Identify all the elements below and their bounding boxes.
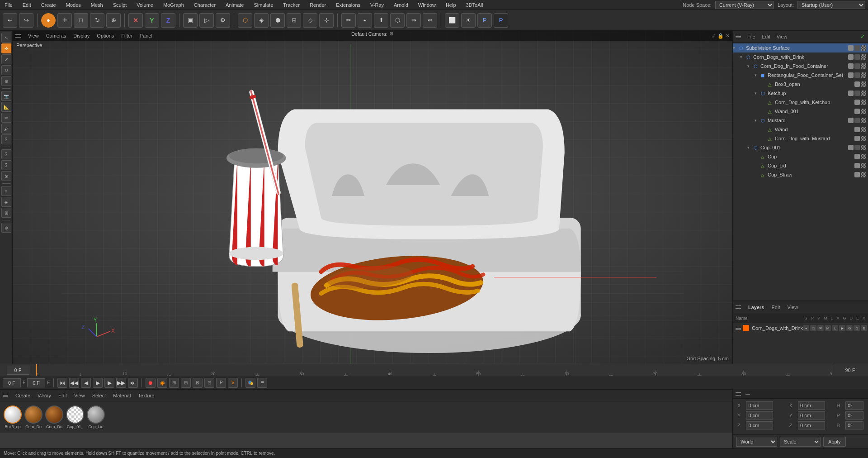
extrude-tool-button[interactable]: ⬆ (374, 13, 388, 28)
pb-motion-1[interactable]: 🎭 (245, 378, 255, 388)
mat-swatch-box3[interactable]: Box3_op (4, 406, 22, 429)
object-mode-y[interactable]: Y (145, 13, 159, 28)
lt-camera[interactable]: 📷 (1, 91, 11, 101)
viewport-panel-toggle[interactable] (15, 32, 23, 39)
coord-y-input[interactable] (746, 411, 773, 420)
points-mode-button[interactable]: ⬡ (238, 13, 252, 28)
prev-keyframe-button[interactable]: ◀◀ (69, 378, 79, 388)
mat-tab-texture[interactable]: Texture (136, 392, 156, 399)
viewport-tab-options[interactable]: Options (95, 33, 116, 39)
coord-x-input[interactable] (746, 401, 773, 410)
wireframe-button[interactable]: ⬜ (445, 13, 459, 28)
lt-misc[interactable]: ⊛ (1, 223, 11, 233)
mat-swatch-corndo2[interactable]: Corn_Do (45, 406, 63, 429)
layers-panel-toggle[interactable] (736, 304, 743, 311)
om-dot-1[interactable] (848, 54, 854, 60)
layers-tab-edit[interactable]: Edit (769, 304, 782, 310)
menu-mograph[interactable]: MoGraph (161, 1, 186, 9)
autokey-button[interactable]: ◉ (157, 378, 167, 388)
om-item[interactable]: ▾⬡Corn_Dog_in_Food_Container (733, 62, 868, 71)
pb-motion-2[interactable]: ☰ (257, 378, 267, 388)
snapping-button[interactable]: ⊹ (319, 13, 334, 28)
om-dot-1[interactable] (854, 154, 860, 159)
om-dot-checkered[interactable] (861, 127, 866, 132)
knife-tool-button[interactable]: ⌁ (358, 13, 372, 28)
om-expand-arrow[interactable]: ▾ (755, 118, 759, 123)
om-dot-1[interactable] (854, 109, 860, 114)
om-dot-2[interactable] (854, 72, 860, 78)
menu-file[interactable]: File (3, 1, 14, 9)
om-dot-1[interactable] (848, 145, 854, 150)
mirror-tool-button[interactable]: ⇔ (423, 13, 437, 28)
play-button[interactable]: ▶ (93, 378, 103, 388)
menu-modes[interactable]: Modes (64, 1, 83, 9)
next-frame-button[interactable]: ▶ (104, 378, 114, 388)
om-dot-checkered[interactable] (861, 63, 866, 69)
om-dot-checkered[interactable] (861, 100, 866, 105)
bevel-tool-button[interactable]: ⬡ (390, 13, 405, 28)
lt-scale[interactable]: ⤢ (1, 54, 11, 64)
om-item[interactable]: ▾⬡Ketchup (733, 89, 868, 98)
om-dot-1[interactable] (848, 45, 854, 51)
redo-button[interactable]: ↪ (19, 13, 33, 28)
om-item[interactable]: ▾⬡Mustard (733, 116, 868, 125)
menu-mesh[interactable]: Mesh (89, 1, 105, 9)
om-dot-checkered[interactable] (861, 72, 866, 78)
playback-time-field[interactable] (27, 378, 45, 387)
om-item[interactable]: ▾◼Rectangular_Food_Container_Set (733, 71, 868, 80)
menu-edit[interactable]: Edit (21, 1, 33, 9)
om-item[interactable]: △Cup_Lid (733, 161, 868, 170)
om-dot-checkered[interactable] (861, 163, 866, 168)
om-dot-checkered[interactable] (861, 172, 866, 177)
mat-swatch-cuplid[interactable]: Cup_Lid (87, 406, 105, 429)
om-dot-2[interactable] (854, 118, 860, 123)
pb-settings-4[interactable]: ⊡ (204, 378, 214, 388)
lt-select[interactable]: ↖ (1, 33, 11, 43)
mat-tab-material[interactable]: Material (111, 392, 132, 399)
prev-frame-button[interactable]: ◀ (81, 378, 91, 388)
layer-solo-btn[interactable]: ● (803, 325, 809, 331)
layer-gen-btn[interactable]: G (846, 325, 853, 331)
om-item[interactable]: ▾⬡Cup_001 (733, 143, 868, 152)
apply-button[interactable]: Apply (823, 437, 846, 447)
object-mode-x[interactable]: ✕ (128, 13, 143, 28)
om-item[interactable]: △Box3_open (733, 80, 868, 89)
om-dot-checkered[interactable] (861, 91, 866, 96)
layer-expr-btn[interactable]: E (861, 325, 867, 331)
transform-button[interactable]: ⊕ (106, 13, 121, 28)
coord-y2-input[interactable] (798, 411, 825, 420)
vray-py-button[interactable]: P (494, 13, 508, 28)
render-settings-button[interactable]: ⚙ (216, 13, 230, 28)
om-expand-arrow[interactable]: ▾ (733, 46, 737, 50)
lt-grid[interactable]: ⊞ (1, 208, 11, 218)
coord-z-input[interactable] (746, 421, 773, 429)
om-item[interactable]: △Wand (733, 125, 868, 134)
menu-render[interactable]: Render (308, 1, 328, 9)
om-panel-toggle[interactable] (736, 33, 743, 40)
scale-dropdown[interactable]: Scale (780, 437, 821, 447)
world-dropdown[interactable]: World (736, 437, 777, 447)
mat-panel-toggle[interactable] (3, 392, 10, 399)
mat-tab-select[interactable]: Select (90, 392, 108, 399)
lt-layers[interactable]: ≡ (1, 186, 11, 196)
menu-animate[interactable]: Animate (224, 1, 245, 9)
mat-swatch-cup01[interactable]: Cup_01_ (66, 406, 84, 429)
om-dot-2[interactable] (854, 63, 860, 69)
move-tool-button[interactable]: ✛ (57, 13, 72, 28)
vp-close-icon[interactable]: ✕ (726, 33, 730, 39)
layer-manager-btn[interactable]: M (825, 325, 831, 331)
python-button[interactable]: P (477, 13, 492, 28)
layer-render-btn[interactable]: □ (810, 325, 816, 331)
om-dot-1[interactable] (854, 81, 860, 87)
om-dot-1[interactable] (848, 118, 854, 123)
om-dot-1[interactable] (854, 163, 860, 168)
timeline-ruler[interactable]: 051015202530354045505560657075808590 (36, 364, 832, 376)
om-dot-checkered[interactable] (861, 145, 866, 150)
mat-tab-vray[interactable]: V-Ray (36, 392, 53, 399)
lt-measure[interactable]: 📐 (1, 102, 11, 112)
menu-simulate[interactable]: Simulate (252, 1, 275, 9)
layer-vis-btn[interactable]: 👁 (817, 325, 824, 331)
viewport-tab-view[interactable]: View (26, 33, 41, 39)
om-dot-2[interactable] (854, 54, 860, 60)
menu-sculpt[interactable]: Sculpt (111, 1, 129, 9)
